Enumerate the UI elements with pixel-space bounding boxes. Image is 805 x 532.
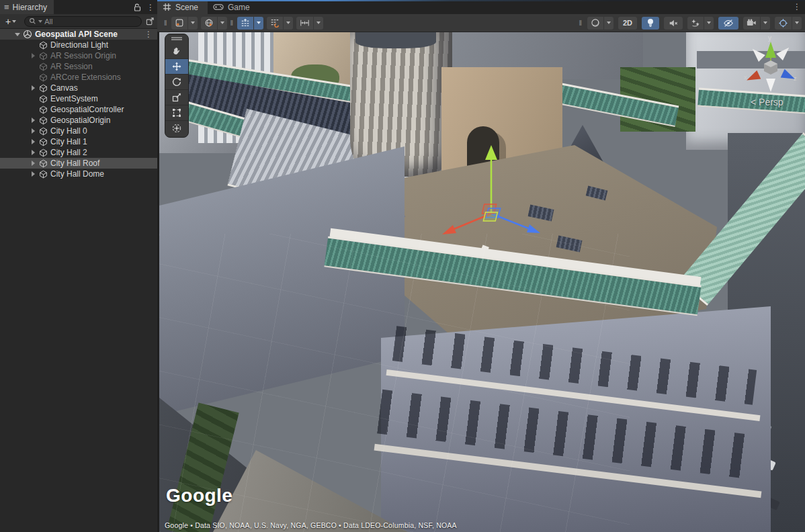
gameobject-cube-icon (39, 105, 48, 114)
hierarchy-tab-label: Hierarchy (13, 3, 47, 12)
hierarchy-item[interactable]: Directional Light (0, 40, 157, 50)
scene-tab-label: Scene (175, 3, 198, 12)
camera-settings-button[interactable] (743, 17, 770, 30)
hierarchy-item[interactable]: City Hall Dome (0, 169, 157, 179)
hierarchy-item[interactable]: EventSystem (0, 93, 157, 104)
open-search-window-icon[interactable] (146, 17, 155, 26)
move-gizmo-y-arrow[interactable] (485, 145, 497, 160)
hierarchy-item[interactable]: AR Session Origin (0, 50, 157, 61)
camera-icon (747, 19, 757, 27)
orientation-gizmo[interactable]: y x z < Persp (738, 34, 805, 134)
scene-view-toolbar: ‖ (157, 14, 805, 32)
scale-tool-button[interactable] (165, 89, 188, 105)
move-gizmo-x-arrow[interactable] (442, 225, 456, 234)
pane-menu-icon[interactable]: ⋮ (793, 3, 801, 11)
draw-mode-button[interactable] (587, 17, 613, 30)
tools-overlay-handle[interactable] (171, 37, 182, 40)
expander-collapsed-icon[interactable] (30, 85, 36, 91)
focused-pane-indicator (157, 0, 805, 1)
gameobject-cube-icon (39, 41, 48, 50)
expander-collapsed-icon[interactable] (30, 150, 36, 155)
overlay-grip-icon[interactable]: ‖ (230, 19, 235, 27)
axis-x-label: x (744, 74, 747, 81)
rect-tool-icon (171, 107, 182, 118)
tools-overlay (165, 34, 189, 138)
expander-collapsed-icon[interactable] (30, 171, 36, 177)
view-options-button[interactable] (171, 17, 198, 30)
hierarchy-item-label: GeospatialController (50, 105, 124, 114)
scene-imagery-shape (355, 32, 436, 48)
hierarchy-item[interactable]: City Hall 1 (0, 136, 157, 147)
scene-lighting-button[interactable] (642, 17, 659, 30)
hierarchy-item[interactable]: City Hall Roof (0, 158, 157, 169)
expander-collapsed-icon[interactable] (30, 139, 36, 144)
snap-settings-button[interactable] (296, 17, 323, 30)
lock-icon[interactable] (134, 3, 141, 11)
rotate-tool-icon (171, 77, 182, 87)
gameobject-cube-icon (39, 95, 48, 103)
tab-game[interactable]: Game (208, 0, 259, 14)
hierarchy-item[interactable]: Canvas (0, 83, 157, 93)
tab-scene[interactable]: Scene (157, 0, 208, 14)
expander-collapsed-icon[interactable] (30, 118, 36, 123)
unity-editor-window: ≡ Hierarchy ⋮ + All (0, 0, 805, 532)
gameobject-cube-icon (39, 73, 48, 82)
axis-x-cone[interactable] (745, 71, 761, 85)
scene-root-menu-icon[interactable]: ⋮ (144, 30, 153, 38)
scene-viewport[interactable]: y x z < Persp Google Google • Data SIO, … (157, 32, 805, 532)
scene-fx-button[interactable] (201, 17, 227, 30)
grid-snap-button[interactable] (267, 17, 293, 30)
hierarchy-search-input[interactable]: All (24, 16, 142, 27)
hierarchy-item[interactable]: GeospatialController (0, 104, 157, 115)
grid-axis-icon (241, 18, 250, 28)
eye-slash-icon (723, 19, 734, 28)
move-gizmo[interactable] (424, 141, 558, 255)
move-tool-button[interactable] (165, 58, 188, 74)
axis-cone-white[interactable] (749, 46, 765, 62)
ruler-icon (300, 18, 310, 28)
unity-scene-icon (23, 30, 32, 39)
hierarchy-item[interactable]: AR Session (0, 61, 157, 72)
scene-root-row[interactable]: Geospatial API Scene ⋮ (0, 29, 157, 40)
expander-open-icon[interactable] (15, 33, 20, 36)
hand-tool-button[interactable] (165, 43, 188, 58)
transform-tool-icon (171, 123, 182, 134)
scene-grid-icon (163, 3, 171, 11)
scene-visibility-button[interactable] (718, 17, 738, 30)
axis-cone-white[interactable] (766, 79, 775, 92)
hierarchy-menu-icon[interactable]: ⋮ (146, 3, 155, 11)
rect-tool-button[interactable] (165, 105, 188, 120)
expander-collapsed-icon[interactable] (30, 53, 36, 58)
overlay-grip-icon[interactable]: ‖ (579, 19, 583, 27)
hand-tool-icon (171, 46, 182, 56)
overlay-grip-icon[interactable]: ‖ (164, 19, 168, 27)
hierarchy-rows: Directional LightAR Session OriginAR Ses… (0, 40, 157, 179)
axis-y-cone[interactable] (765, 42, 776, 58)
hierarchy-item-label: Directional Light (50, 40, 108, 50)
view-options-icon (175, 18, 184, 28)
grid-visibility-button[interactable] (237, 17, 263, 30)
globe-icon (204, 18, 214, 28)
axis-cone-white[interactable] (776, 44, 792, 60)
hierarchy-item[interactable]: City Hall 0 (0, 126, 157, 136)
hierarchy-item[interactable]: ARCore Extensions (0, 72, 157, 83)
hierarchy-item[interactable]: City Hall 2 (0, 147, 157, 158)
effects-button[interactable] (687, 17, 714, 30)
2d-toggle-button[interactable]: 2D (618, 17, 637, 30)
gamepad-icon (213, 3, 224, 11)
create-object-button[interactable]: + (3, 16, 19, 27)
scene-audio-button[interactable] (664, 17, 683, 30)
persp-toggle[interactable]: < Persp (751, 97, 783, 107)
tab-hierarchy[interactable]: ≡ Hierarchy (0, 0, 54, 14)
move-gizmo-z-arrow[interactable] (527, 224, 540, 233)
expander-collapsed-icon[interactable] (30, 128, 36, 134)
expander-collapsed-icon[interactable] (30, 161, 36, 166)
transform-tool-button[interactable] (165, 120, 188, 136)
orientation-overlay-button[interactable] (775, 17, 802, 30)
hierarchy-panel: ≡ Hierarchy ⋮ + All (0, 0, 157, 532)
axis-z-label: z (794, 75, 797, 82)
rotate-tool-button[interactable] (165, 74, 188, 89)
hierarchy-item[interactable]: GeospatialOrigin (0, 115, 157, 126)
gameobject-cube-icon (39, 138, 48, 146)
scene-pane-tab-bar: Scene Game ⋮ (157, 0, 805, 14)
